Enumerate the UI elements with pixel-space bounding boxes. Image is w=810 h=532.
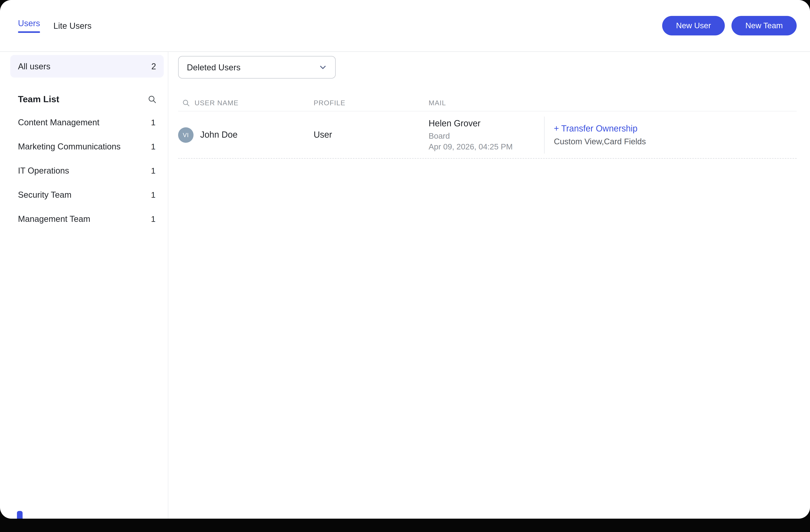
column-label: USER NAME (195, 99, 239, 107)
team-list-title: Team List (18, 94, 59, 104)
user-name: John Doe (200, 130, 238, 140)
team-count: 1 (151, 142, 156, 151)
tab-lite-users[interactable]: Lite Users (53, 21, 92, 31)
sidebar-item-security-team[interactable]: Security Team 1 (0, 183, 168, 207)
mail-cell: Helen Grover Board Apr 09, 2026, 04:25 P… (428, 118, 544, 151)
team-name: IT Operations (18, 166, 69, 176)
new-team-button[interactable]: New Team (731, 16, 797, 35)
chevron-down-icon (319, 63, 327, 71)
search-icon[interactable] (182, 99, 190, 107)
column-mail: MAIL (428, 99, 544, 107)
floating-widget-edge (17, 511, 22, 519)
screen: Users Lite Users New User New Team All u… (0, 0, 810, 532)
team-count: 1 (151, 118, 156, 127)
team-count: 1 (151, 214, 156, 224)
user-cell: VI John Doe (178, 127, 314, 143)
team-name: Marketing Communications (18, 142, 120, 151)
all-users-count: 2 (151, 62, 156, 71)
team-list-header: Team List (0, 88, 168, 110)
team-search-icon[interactable] (148, 95, 157, 103)
action-cell: + Transfer Ownership Custom View,Card Fi… (544, 116, 797, 154)
team-count: 1 (151, 190, 156, 199)
sidebar-item-it-operations[interactable]: IT Operations 1 (0, 159, 168, 183)
sidebar-item-all-users[interactable]: All users 2 (10, 55, 164, 78)
sidebar-item-marketing-communications[interactable]: Marketing Communications 1 (0, 134, 168, 159)
sidebar: All users 2 Team List Content Management… (0, 52, 168, 519)
mail-sub: Board (428, 131, 544, 141)
top-header: Users Lite Users New User New Team (0, 0, 810, 52)
team-count: 1 (151, 166, 156, 175)
mail-name: Helen Grover (428, 118, 544, 129)
team-name: Security Team (18, 190, 71, 200)
table-header: USER NAME PROFILE MAIL (178, 95, 797, 111)
column-profile: PROFILE (314, 99, 428, 107)
profile-cell: User (314, 130, 428, 140)
transfer-ownership-link[interactable]: + Transfer Ownership (554, 124, 797, 134)
user-management-window: Users Lite Users New User New Team All u… (0, 0, 810, 519)
mail-date: Apr 09, 2026, 04:25 PM (428, 142, 544, 151)
sidebar-item-management-team[interactable]: Management Team 1 (0, 207, 168, 231)
user-filter-dropdown[interactable]: Deleted Users (178, 56, 336, 79)
sidebar-item-content-management[interactable]: Content Management 1 (0, 110, 168, 134)
body: All users 2 Team List Content Management… (0, 52, 810, 519)
action-sub: Custom View,Card Fields (554, 137, 797, 146)
column-user-name: USER NAME (178, 99, 314, 107)
tab-users[interactable]: Users (18, 18, 40, 33)
all-users-label: All users (18, 62, 50, 71)
user-filter-value: Deleted Users (187, 63, 241, 72)
team-name: Content Management (18, 117, 99, 127)
main-content: Deleted Users (168, 52, 810, 519)
new-user-button[interactable]: New User (662, 16, 725, 35)
header-actions: New User New Team (662, 16, 797, 35)
team-name: Management Team (18, 214, 90, 224)
avatar: VI (178, 127, 194, 143)
table-row: VI John Doe User Helen Grover Board Apr … (178, 111, 797, 159)
